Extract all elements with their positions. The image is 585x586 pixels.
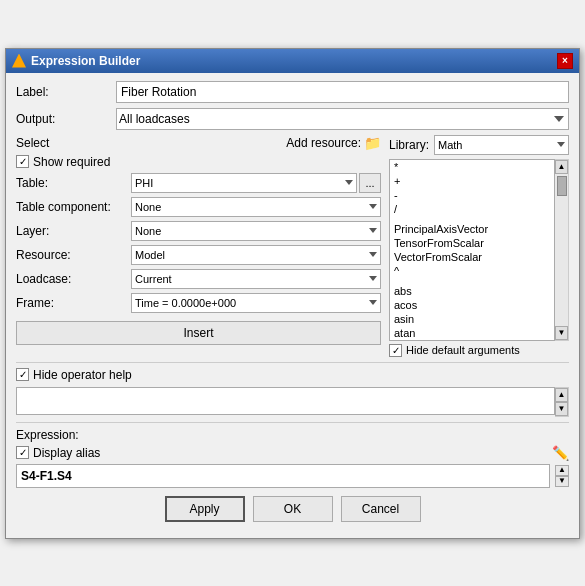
hide-args-label: Hide default arguments xyxy=(406,344,520,356)
right-panel: Library: Math * + - / PrincipalAxisVecto… xyxy=(389,135,569,357)
operator-help-wrapper: ▲ ▼ xyxy=(16,387,569,417)
apply-button[interactable]: Apply xyxy=(165,496,245,522)
show-required-checkbox[interactable] xyxy=(16,155,29,168)
textarea-scroll-down[interactable]: ▼ xyxy=(555,402,568,416)
expression-builder-dialog: Expression Builder × Label: Output: All … xyxy=(5,48,580,539)
title-bar-left: Expression Builder xyxy=(12,54,140,68)
resource-row: Resource: Model xyxy=(16,245,381,265)
list-item[interactable]: acos xyxy=(390,298,554,312)
app-icon xyxy=(12,54,26,68)
expression-section-label: Expression: xyxy=(16,428,569,442)
select-add-row: Select Add resource: 📁 xyxy=(16,135,381,151)
hide-operator-checkbox[interactable] xyxy=(16,368,29,381)
show-required-row: Show required xyxy=(16,155,381,169)
frame-row: Frame: Time = 0.0000e+000 xyxy=(16,293,381,313)
ok-button[interactable]: OK xyxy=(253,496,333,522)
expression-scroll-arrows: ▲ ▼ xyxy=(555,465,569,487)
title-bar: Expression Builder × xyxy=(6,49,579,73)
output-select[interactable]: All loadcases xyxy=(116,108,569,130)
textarea-scroll-up[interactable]: ▲ xyxy=(555,388,568,402)
expression-scroll-down[interactable]: ▼ xyxy=(555,476,569,487)
list-item[interactable]: TensorFromScalar xyxy=(390,236,554,250)
scroll-thumb[interactable] xyxy=(557,176,567,196)
library-select[interactable]: Math xyxy=(434,135,569,155)
list-item[interactable]: atan xyxy=(390,326,554,340)
expression-input-row: ▲ ▼ xyxy=(16,464,569,488)
loadcase-row: Loadcase: Current xyxy=(16,269,381,289)
list-item[interactable]: abs xyxy=(390,284,554,298)
listbox-scrollbar[interactable]: ▲ ▼ xyxy=(555,159,569,341)
scroll-up-button[interactable]: ▲ xyxy=(555,160,568,174)
list-item[interactable]: / xyxy=(390,202,554,216)
show-required-label: Show required xyxy=(33,155,110,169)
dialog-title: Expression Builder xyxy=(31,54,140,68)
list-item[interactable]: - xyxy=(390,188,554,202)
list-item[interactable]: asin xyxy=(390,312,554,326)
expression-input[interactable] xyxy=(16,464,550,488)
frame-label: Frame: xyxy=(16,296,131,310)
select-label: Select xyxy=(16,136,49,150)
loadcase-label: Loadcase: xyxy=(16,272,131,286)
list-item[interactable]: ^ xyxy=(390,264,554,278)
hide-operator-label: Hide operator help xyxy=(33,368,132,382)
button-row: Apply OK Cancel xyxy=(16,496,569,530)
display-alias-label: Display alias xyxy=(33,446,100,460)
label-field-label: Label: xyxy=(16,85,116,99)
list-item[interactable]: + xyxy=(390,174,554,188)
separator-1 xyxy=(16,362,569,363)
scroll-down-button[interactable]: ▼ xyxy=(555,326,568,340)
library-row: Library: Math xyxy=(389,135,569,155)
expression-scroll-up[interactable]: ▲ xyxy=(555,465,569,476)
list-item[interactable]: * xyxy=(390,160,554,174)
separator-2 xyxy=(16,422,569,423)
table-component-row: Table component: None xyxy=(16,197,381,217)
table-row: Table: PHI ... xyxy=(16,173,381,193)
layer-select[interactable]: None xyxy=(131,221,381,241)
function-listbox[interactable]: * + - / PrincipalAxisVector TensorFromSc… xyxy=(389,159,555,341)
dialog-body: Label: Output: All loadcases Select Add … xyxy=(6,73,579,538)
table-component-select[interactable]: None xyxy=(131,197,381,217)
hide-operator-row: Hide operator help xyxy=(16,368,569,382)
label-row: Label: xyxy=(16,81,569,103)
frame-select[interactable]: Time = 0.0000e+000 xyxy=(131,293,381,313)
insert-button[interactable]: Insert xyxy=(16,321,381,345)
close-button[interactable]: × xyxy=(557,53,573,69)
display-alias-row: Display alias ✏️ xyxy=(16,445,569,461)
table-label: Table: xyxy=(16,176,131,190)
function-listbox-wrapper: * + - / PrincipalAxisVector TensorFromSc… xyxy=(389,159,569,341)
hide-args-row: Hide default arguments xyxy=(389,344,569,357)
layer-row: Layer: None xyxy=(16,221,381,241)
cancel-button[interactable]: Cancel xyxy=(341,496,421,522)
middle-section: Select Add resource: 📁 Show required Tab… xyxy=(16,135,569,357)
add-resource-label: Add resource: xyxy=(286,136,361,150)
textarea-scrollbar[interactable]: ▲ ▼ xyxy=(555,387,569,417)
layer-label: Layer: xyxy=(16,224,131,238)
scroll-thumb-track xyxy=(555,174,568,326)
list-item[interactable]: VectorFromScalar xyxy=(390,250,554,264)
expression-section: Expression: Display alias ✏️ ▲ ▼ xyxy=(16,428,569,488)
display-alias-checkbox[interactable] xyxy=(16,446,29,459)
table-select[interactable]: PHI xyxy=(131,173,357,193)
pencil-icon[interactable]: ✏️ xyxy=(552,445,569,461)
left-panel: Select Add resource: 📁 Show required Tab… xyxy=(16,135,381,357)
output-row: Output: All loadcases xyxy=(16,108,569,130)
library-label: Library: xyxy=(389,138,429,152)
label-input[interactable] xyxy=(116,81,569,103)
output-field-label: Output: xyxy=(16,112,116,126)
operator-help-textarea[interactable] xyxy=(16,387,555,415)
table-component-label: Table component: xyxy=(16,200,131,214)
hide-args-checkbox[interactable] xyxy=(389,344,402,357)
resource-label: Resource: xyxy=(16,248,131,262)
add-resource-button[interactable]: Add resource: 📁 xyxy=(286,135,381,151)
table-dots-button[interactable]: ... xyxy=(359,173,381,193)
resource-select[interactable]: Model xyxy=(131,245,381,265)
folder-icon: 📁 xyxy=(364,135,381,151)
loadcase-select[interactable]: Current xyxy=(131,269,381,289)
list-item[interactable]: PrincipalAxisVector xyxy=(390,222,554,236)
